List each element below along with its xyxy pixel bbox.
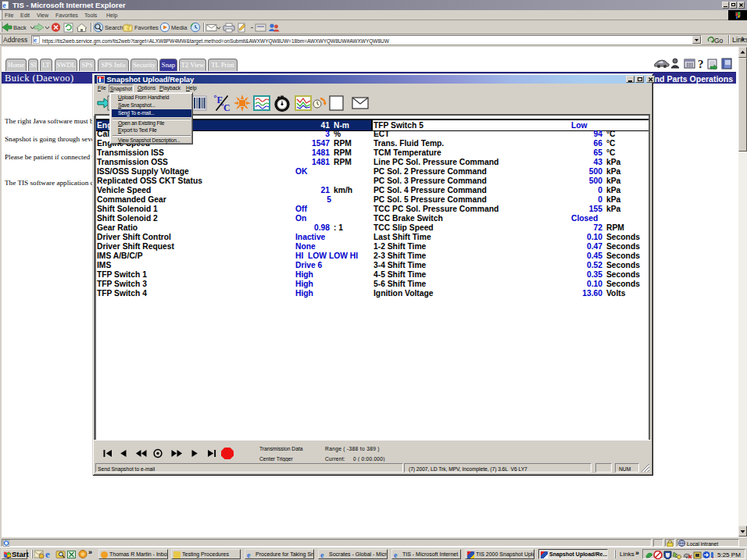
svg-text:?: ?	[698, 58, 704, 70]
svg-text:e: e	[45, 550, 50, 559]
svg-text:Back: Back	[13, 24, 27, 31]
svg-text:Search: Search	[105, 24, 123, 31]
svg-text:Go: Go	[714, 37, 724, 45]
svg-text:Favorites: Favorites	[134, 24, 159, 31]
svg-text:C: C	[223, 102, 231, 112]
svg-text:e: e	[2, 1, 6, 9]
svg-text:Media: Media	[171, 24, 188, 31]
svg-text:e: e	[34, 36, 37, 44]
